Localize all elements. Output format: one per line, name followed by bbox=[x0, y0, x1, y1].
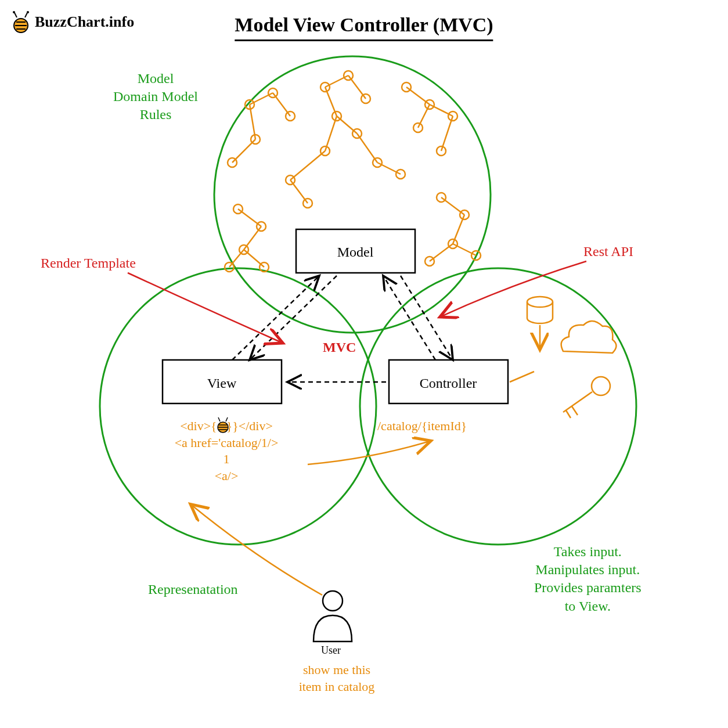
endpoint-code: /catalog/{itemId} bbox=[377, 418, 467, 435]
view-box-label: View bbox=[207, 376, 237, 391]
bee-inline-icon bbox=[215, 416, 231, 433]
svg-line-23 bbox=[325, 87, 337, 116]
svg-line-36 bbox=[441, 116, 453, 151]
rest-api-label: Rest API bbox=[583, 244, 633, 260]
view-template-code: <div>{{ }}</div> <a href='catalog/1/> 1 … bbox=[139, 418, 313, 484]
controller-box-label: Controller bbox=[420, 376, 477, 391]
render-template-arrow bbox=[128, 273, 282, 343]
svg-line-75 bbox=[226, 417, 228, 421]
svg-line-66 bbox=[563, 392, 592, 412]
svg-line-16 bbox=[232, 139, 255, 163]
controller-connector-line bbox=[510, 372, 534, 382]
render-template-label: Render Template bbox=[41, 255, 136, 271]
mvc-diagram: Model View Controller bbox=[0, 0, 728, 728]
view-circle bbox=[100, 268, 376, 545]
svg-line-27 bbox=[325, 116, 337, 151]
svg-line-43 bbox=[229, 250, 244, 267]
svg-line-32 bbox=[418, 104, 430, 128]
svg-line-74 bbox=[218, 417, 220, 421]
svg-line-14 bbox=[250, 104, 255, 139]
svg-line-68 bbox=[566, 410, 571, 418]
svg-line-49 bbox=[441, 197, 464, 215]
svg-line-20 bbox=[325, 75, 348, 87]
controller-description-label: Takes input. Manipulates input. Provides… bbox=[534, 543, 641, 615]
view-to-model-arrow bbox=[232, 276, 319, 360]
svg-line-31 bbox=[406, 87, 430, 104]
model-box-label: Model bbox=[337, 244, 374, 260]
svg-line-54 bbox=[430, 244, 453, 261]
key-icon bbox=[563, 377, 610, 418]
svg-line-25 bbox=[337, 116, 357, 134]
svg-line-57 bbox=[377, 163, 401, 174]
user-icon bbox=[313, 591, 352, 641]
svg-line-34 bbox=[430, 104, 453, 116]
svg-line-12 bbox=[273, 93, 290, 116]
cloud-icon bbox=[561, 321, 617, 353]
svg-line-62 bbox=[290, 151, 325, 180]
database-icon bbox=[527, 297, 553, 348]
svg-line-40 bbox=[238, 209, 261, 226]
user-label: User bbox=[321, 644, 341, 657]
model-description-label: Model Domain Model Rules bbox=[113, 70, 198, 124]
svg-point-69 bbox=[323, 591, 343, 611]
svg-line-50 bbox=[453, 215, 464, 244]
view-description-label: Represenatation bbox=[148, 581, 238, 599]
svg-point-65 bbox=[592, 377, 610, 395]
model-circle bbox=[214, 56, 491, 333]
svg-line-67 bbox=[572, 406, 578, 415]
svg-line-58 bbox=[357, 134, 377, 163]
svg-line-21 bbox=[348, 75, 366, 99]
svg-line-45 bbox=[244, 250, 264, 267]
svg-line-52 bbox=[453, 244, 476, 255]
svg-point-63 bbox=[527, 297, 553, 307]
controller-circle bbox=[360, 268, 636, 545]
mvc-center-label: MVC bbox=[323, 340, 356, 355]
user-action-label: show me this item in catalog bbox=[273, 662, 401, 695]
svg-line-61 bbox=[290, 180, 308, 203]
svg-line-41 bbox=[244, 226, 261, 250]
